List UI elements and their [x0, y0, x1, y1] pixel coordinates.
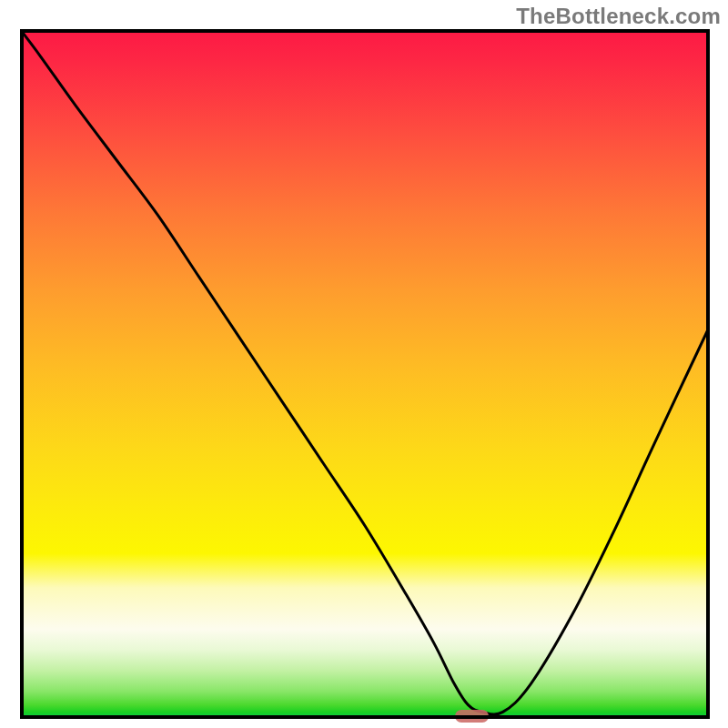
watermark-label: TheBottleneck.com: [516, 4, 721, 29]
chart-container: TheBottleneck.com: [0, 0, 728, 728]
gradient-background: [20, 29, 710, 719]
plot-area: [20, 29, 710, 719]
